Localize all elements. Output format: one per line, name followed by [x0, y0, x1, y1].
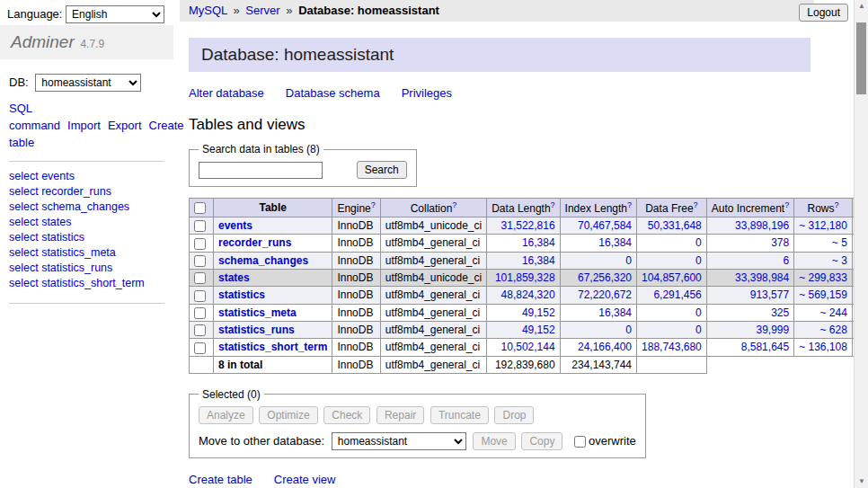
link-select-events[interactable]: select events: [9, 170, 164, 183]
auto-increment-link[interactable]: 913,577: [750, 288, 789, 301]
index-length-link[interactable]: 67,256,320: [578, 271, 632, 284]
table-name-link[interactable]: statistics_short_term: [218, 341, 327, 353]
link-sql-command[interactable]: SQL command: [9, 102, 60, 132]
link-database-schema[interactable]: Database schema: [286, 86, 380, 100]
index-length-link[interactable]: 72,220,672: [578, 288, 632, 301]
move-db-select[interactable]: homeassistant: [332, 432, 466, 450]
table-name-link[interactable]: statistics: [218, 288, 265, 301]
auto-increment-link[interactable]: 33,898,196: [735, 219, 789, 232]
row-checkbox[interactable]: [194, 255, 206, 267]
truncate-button[interactable]: Truncate: [430, 406, 489, 424]
table-name-link[interactable]: schema_changes: [218, 254, 308, 267]
table-name-link[interactable]: recorder_runs: [218, 236, 291, 249]
index-length-link[interactable]: 16,384: [598, 306, 632, 319]
help-icon[interactable]: ?: [694, 200, 698, 209]
link-select-states[interactable]: select states: [9, 216, 164, 229]
search-input[interactable]: [199, 162, 323, 179]
link-select-statistics-short-term[interactable]: select statistics_short_term: [9, 277, 164, 290]
row-checkbox[interactable]: [194, 324, 206, 336]
table-name-link[interactable]: statistics_runs: [218, 324, 295, 336]
data-free-link[interactable]: 104,857,600: [642, 271, 702, 284]
breadcrumb-link-mysql[interactable]: MySQL: [189, 4, 227, 17]
help-icon[interactable]: ?: [784, 200, 789, 209]
logout-button[interactable]: Logout: [799, 4, 848, 22]
help-icon[interactable]: ?: [551, 200, 555, 209]
index-length-link[interactable]: 70,467,584: [578, 219, 632, 232]
link-select-schema-changes[interactable]: select schema_changes: [9, 200, 164, 214]
rows-link[interactable]: ~ 3: [832, 254, 847, 267]
rows-link[interactable]: ~ 628: [820, 324, 847, 336]
search-button[interactable]: Search: [357, 161, 407, 179]
index-length-link[interactable]: 16,384: [598, 236, 632, 249]
auto-increment-link[interactable]: 39,999: [756, 324, 789, 336]
scroll-down-icon[interactable]: ▼: [855, 475, 868, 488]
link-import[interactable]: Import: [67, 119, 101, 132]
data-length-link[interactable]: 31,522,816: [501, 219, 555, 232]
auto-increment-link[interactable]: 33,398,984: [735, 271, 789, 284]
data-free-link[interactable]: 0: [695, 306, 702, 319]
help-icon[interactable]: ?: [452, 200, 456, 209]
data-length-link[interactable]: 48,824,320: [501, 288, 555, 301]
data-free-link[interactable]: 0: [695, 254, 702, 267]
index-length-link[interactable]: 0: [625, 254, 632, 267]
link-create-table[interactable]: Create table: [189, 473, 252, 486]
link-create-view[interactable]: Create view: [274, 473, 336, 486]
row-checkbox[interactable]: [194, 220, 206, 232]
data-free-link[interactable]: 50,331,648: [648, 219, 702, 232]
help-icon[interactable]: ?: [627, 200, 632, 209]
check-button[interactable]: Check: [323, 406, 370, 424]
db-select[interactable]: homeassistant: [35, 74, 141, 92]
rows-link[interactable]: ~ 299,833: [799, 271, 847, 284]
data-length-link[interactable]: 16,384: [522, 236, 555, 249]
data-free-link[interactable]: 6,291,456: [653, 288, 701, 301]
rows-link[interactable]: ~ 569,159: [799, 288, 847, 301]
index-length-link[interactable]: 24,166,400: [578, 341, 632, 353]
link-select-statistics-runs[interactable]: select statistics_runs: [9, 262, 164, 275]
data-length-link[interactable]: 10,502,144: [501, 341, 555, 353]
drop-button[interactable]: Drop: [494, 406, 534, 424]
scrollbar-thumb[interactable]: [856, 22, 866, 94]
overwrite-checkbox[interactable]: [574, 436, 586, 448]
link-select-recorder-runs[interactable]: select recorder_runs: [9, 185, 164, 199]
repair-button[interactable]: Repair: [376, 406, 424, 424]
rows-link[interactable]: ~ 312,180: [799, 219, 847, 232]
row-checkbox[interactable]: [194, 272, 206, 284]
row-checkbox[interactable]: [194, 342, 206, 354]
row-checkbox[interactable]: [194, 290, 206, 302]
scroll-up-icon[interactable]: ▲: [855, 0, 868, 13]
select-all-checkbox[interactable]: [194, 202, 206, 214]
row-checkbox[interactable]: [194, 238, 206, 250]
auto-increment-link[interactable]: 8,581,645: [741, 341, 789, 353]
language-select[interactable]: English: [66, 5, 164, 23]
link-select-statistics-meta[interactable]: select statistics_meta: [9, 246, 164, 260]
table-name-link[interactable]: statistics_meta: [218, 306, 297, 319]
link-alter-database[interactable]: Alter database: [189, 86, 264, 100]
data-length-link[interactable]: 16,384: [522, 254, 555, 267]
data-length-link[interactable]: 101,859,328: [495, 271, 555, 284]
auto-increment-link[interactable]: 325: [771, 306, 789, 319]
auto-increment-link[interactable]: 6: [783, 254, 789, 267]
rows-link[interactable]: ~ 244: [820, 306, 847, 319]
auto-increment-link[interactable]: 378: [771, 236, 789, 249]
data-length-link[interactable]: 49,152: [522, 324, 555, 336]
breadcrumb-link-server[interactable]: Server: [245, 4, 279, 17]
copy-button[interactable]: Copy: [521, 432, 562, 450]
move-button[interactable]: Move: [473, 432, 515, 450]
help-icon[interactable]: ?: [371, 200, 376, 209]
analyze-button[interactable]: Analyze: [199, 406, 253, 424]
table-name-link[interactable]: states: [218, 271, 250, 284]
rows-link[interactable]: ~ 136,108: [799, 341, 847, 353]
data-free-link[interactable]: 0: [695, 324, 702, 336]
row-checkbox[interactable]: [194, 307, 206, 319]
data-free-link[interactable]: 0: [695, 236, 702, 249]
table-name-link[interactable]: events: [218, 219, 252, 232]
link-privileges[interactable]: Privileges: [402, 86, 452, 100]
data-length-link[interactable]: 49,152: [522, 306, 555, 319]
link-select-statistics[interactable]: select statistics: [9, 231, 164, 244]
help-icon[interactable]: ?: [835, 200, 839, 209]
rows-link[interactable]: ~ 5: [832, 236, 847, 249]
optimize-button[interactable]: Optimize: [259, 406, 317, 424]
scrollbar[interactable]: ▲ ▼: [854, 0, 868, 488]
data-free-link[interactable]: 188,743,680: [642, 341, 702, 353]
index-length-link[interactable]: 0: [625, 324, 632, 336]
